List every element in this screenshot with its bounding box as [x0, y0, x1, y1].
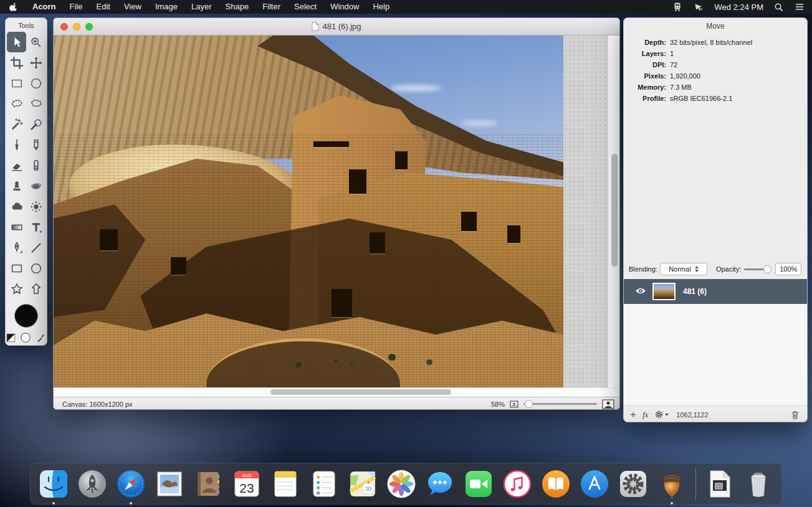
zoom-out-image-icon[interactable] — [510, 400, 518, 408]
cursor-arrow-icon — [10, 36, 24, 49]
menu-edit[interactable]: Edit — [90, 0, 117, 14]
dock-item-notes[interactable] — [270, 469, 300, 499]
horizontal-scroll-thumb[interactable] — [270, 389, 451, 395]
dock-item-ibooks[interactable] — [541, 469, 571, 499]
window-titlebar[interactable]: 481 (6).jpg — [54, 18, 619, 36]
minimize-button[interactable] — [73, 23, 80, 31]
dock-item-photos[interactable] — [386, 469, 416, 499]
dock-item-maps[interactable]: 3D — [348, 469, 378, 499]
reminders-icon — [309, 469, 339, 499]
smudge-tool[interactable] — [26, 176, 45, 196]
zoom-in-image-icon[interactable] — [602, 399, 614, 409]
layer-fx-button[interactable]: fx — [636, 410, 648, 420]
pencil-tool[interactable] — [26, 135, 45, 155]
gradient-tool[interactable] — [7, 217, 26, 237]
magic-wand-tool[interactable] — [7, 114, 26, 135]
menu-layer[interactable]: Layer — [184, 0, 219, 14]
opacity-slider[interactable] — [744, 268, 770, 270]
blur-tool[interactable] — [7, 196, 26, 217]
dock-item-finder[interactable] — [39, 469, 69, 499]
instant-alpha-tool[interactable] — [26, 114, 45, 135]
apple-icon — [9, 2, 18, 12]
menu-file[interactable]: File — [63, 0, 90, 14]
menu-view[interactable]: View — [117, 0, 148, 14]
dock-item-mail[interactable] — [155, 469, 184, 499]
menu-select[interactable]: Select — [287, 0, 323, 14]
delete-layer-button[interactable] — [791, 410, 807, 420]
menu-help[interactable]: Help — [366, 0, 396, 14]
menu-shape[interactable]: Shape — [219, 0, 256, 14]
fill-stroke-swatch[interactable] — [6, 333, 16, 345]
polygon-lasso-tool[interactable] — [26, 93, 45, 114]
soft-eraser-tool[interactable] — [26, 155, 45, 176]
lasso-tool[interactable] — [7, 93, 26, 114]
rect-select-tool[interactable] — [7, 73, 26, 93]
star-shape-tool[interactable] — [7, 278, 26, 299]
line-tool[interactable] — [26, 237, 45, 258]
menu-app-name[interactable]: Acorn — [26, 0, 63, 14]
arrow-shape-tool[interactable] — [26, 278, 45, 299]
layer-thumbnail[interactable] — [652, 283, 676, 300]
dock-item-trash[interactable] — [743, 469, 773, 499]
zoom-window-button[interactable] — [85, 23, 93, 31]
color-well[interactable] — [14, 304, 38, 328]
inspector-footer: + fx 1062,1122 — [624, 405, 807, 422]
dock-item-safari[interactable] — [116, 469, 146, 499]
layer-row-selected[interactable]: 481 (6) — [624, 279, 807, 304]
menu-window[interactable]: Window — [323, 0, 366, 14]
pencil-icon — [29, 138, 43, 152]
layer-actions-button[interactable] — [648, 410, 669, 419]
add-layer-button[interactable]: + — [624, 409, 636, 420]
dock-item-app-store[interactable] — [580, 469, 609, 499]
stroke-color-well[interactable] — [20, 332, 31, 346]
dock-item-launchpad[interactable] — [77, 469, 107, 499]
dock-item-facetime[interactable] — [464, 469, 494, 499]
dock-item-itunes[interactable] — [502, 469, 532, 499]
move-tool[interactable] — [7, 32, 26, 52]
dock-item-contacts[interactable] — [193, 469, 223, 499]
crop-tool[interactable] — [7, 52, 26, 73]
dock-item-document[interactable] — [705, 469, 735, 499]
eyedropper-button[interactable] — [36, 333, 46, 346]
ellipse-select-tool[interactable] — [26, 73, 45, 93]
move-arrows-icon — [29, 56, 43, 70]
menubar-train-status[interactable] — [667, 2, 688, 12]
text-tool[interactable] — [26, 217, 45, 237]
spotlight-button[interactable] — [768, 2, 789, 12]
close-button[interactable] — [60, 23, 68, 31]
menubar-pointer-status[interactable] — [688, 2, 709, 12]
layer-visibility-toggle[interactable] — [635, 286, 646, 297]
dock-item-acorn[interactable] — [657, 469, 687, 499]
desktop-wallpaper[interactable]: Acorn File Edit View Image Layer Shape F… — [0, 0, 812, 507]
vertical-scroll-thumb[interactable] — [611, 154, 618, 267]
opacity-value-field[interactable] — [775, 263, 801, 275]
ellipse-shape-tool[interactable] — [26, 258, 45, 278]
rect-shape-tool[interactable] — [7, 258, 26, 278]
opacity-slider-knob[interactable] — [763, 265, 771, 273]
menubar-clock[interactable]: Wed 2:24 PM — [709, 2, 768, 12]
pan-tool[interactable] — [26, 52, 45, 73]
photos-icon — [386, 469, 416, 499]
dock-item-system-preferences[interactable] — [618, 469, 648, 499]
launchpad-icon — [77, 469, 107, 499]
dock-item-messages[interactable] — [425, 469, 455, 499]
blending-dropdown[interactable]: Normal — [660, 263, 707, 275]
brush-tool[interactable] — [7, 135, 26, 155]
menu-image[interactable]: Image — [148, 0, 184, 14]
layers-list-empty[interactable] — [624, 304, 807, 405]
notification-center-button[interactable] — [789, 2, 812, 11]
zoom-tool[interactable] — [26, 32, 45, 52]
apple-menu[interactable] — [0, 2, 26, 12]
zoom-slider[interactable] — [523, 403, 597, 405]
zoom-slider-knob[interactable] — [525, 400, 533, 408]
blending-row: Blending: Normal Opacity: — [624, 260, 807, 278]
pen-tool[interactable] — [7, 237, 26, 258]
canvas-image[interactable] — [54, 36, 563, 387]
menu-filter[interactable]: Filter — [256, 0, 287, 14]
eraser-tool[interactable] — [7, 155, 26, 176]
dock-item-reminders[interactable] — [309, 469, 339, 499]
sharpen-tool[interactable] — [26, 196, 45, 217]
clone-stamp-tool[interactable] — [7, 176, 26, 196]
blending-label: Blending: — [624, 265, 657, 273]
dock-item-calendar[interactable]: AUG23 — [232, 469, 262, 499]
